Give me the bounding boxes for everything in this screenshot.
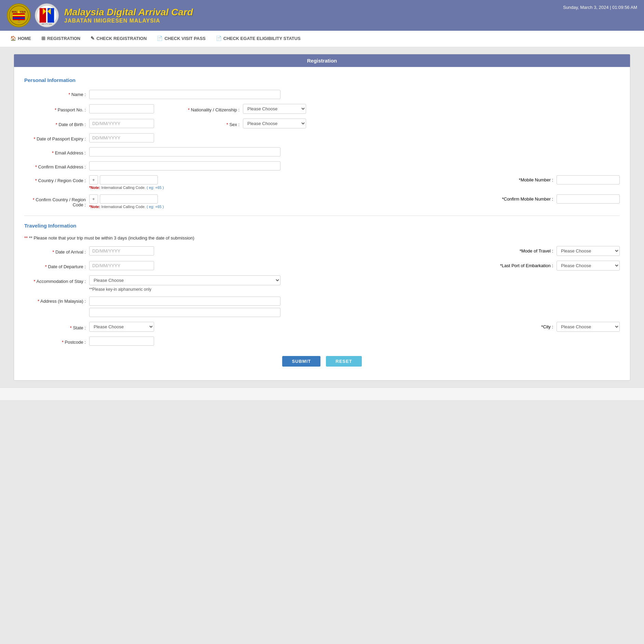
nav-check-registration[interactable]: ✎ CHECK REGISTRATION <box>86 31 151 47</box>
confirm-email-input[interactable] <box>89 161 280 170</box>
main-content: Registration Personal Information * Name… <box>0 47 644 387</box>
email-input[interactable] <box>89 147 280 156</box>
header-left: MALAYSIA 🦁 IMIGRESEN <box>7 3 193 27</box>
passport-expiry-row: * Date of Passport Expiry : <box>24 133 620 142</box>
confirm-mobile-label-area: * Confirm Mobile Number : <box>164 194 557 202</box>
site-subtitle: JABATAN IMIGRESEN MALAYSIA <box>64 18 193 24</box>
button-row: SUBMIT RESET <box>24 356 620 370</box>
accommodation-select[interactable]: Please Choose <box>89 275 280 285</box>
postcode-row: * Postcode : <box>24 337 620 346</box>
mobile-label-area: * Mobile Number : <box>164 175 557 182</box>
logo-area: MALAYSIA 🦁 IMIGRESEN <box>7 3 59 27</box>
state-city-row: * State : Please Choose * City : Please … <box>24 322 620 332</box>
travel-note: ** ** Please note that your trip must be… <box>24 235 620 241</box>
svg-rect-3 <box>13 15 25 16</box>
form-card: Registration Personal Information * Name… <box>14 54 630 381</box>
svg-text:IMIGRESEN: IMIGRESEN <box>42 23 52 25</box>
passport-label: * Passport No. : <box>24 105 89 112</box>
email-label: * Email Address : <box>24 148 89 155</box>
postcode-label: * Postcode : <box>24 338 89 345</box>
nationality-select[interactable]: Please Choose <box>243 104 306 114</box>
personal-section-title: Personal Information <box>24 77 620 83</box>
nav-check-egate-label: CHECK EGATE ELIGIBILITY STATUS <box>223 36 301 41</box>
country-code-input[interactable] <box>100 175 158 184</box>
confirm-country-mobile-row: * Confirm Country / Region Code : + *Not… <box>24 194 620 209</box>
date-departure-label: * Date of Departure : <box>24 262 89 269</box>
svg-rect-2 <box>13 13 25 20</box>
passport-nationality-row: * Passport No. : * Nationality / Citizen… <box>24 104 620 114</box>
submit-button[interactable]: SUBMIT <box>282 356 320 367</box>
nav-check-egate[interactable]: 📄 CHECK EGATE ELIGIBILITY STATUS <box>211 31 305 47</box>
address-inputs <box>89 297 280 317</box>
country-code-note: *Note: International Calling Code. ( eg:… <box>89 186 164 190</box>
confirm-email-row: * Confirm Email Address : <box>24 161 620 170</box>
passport-expiry-input[interactable] <box>89 133 154 142</box>
egate-icon: 📄 <box>216 36 222 41</box>
svg-rect-4 <box>13 17 25 19</box>
date-arrival-label: * Date of Arrival : <box>24 247 89 255</box>
mode-travel-label-area: * Mode of Travel : <box>154 248 557 254</box>
form-title: Registration <box>307 58 337 64</box>
site-title: Malaysia Digital Arrival Card <box>64 7 193 18</box>
nav-registration-label: REGISTRATION <box>47 36 80 41</box>
last-port-select[interactable]: Please Choose <box>557 261 620 271</box>
dob-input[interactable] <box>89 119 154 128</box>
accommodation-note: **Please key-in alphanumeric only <box>89 287 151 292</box>
reset-button[interactable]: RESET <box>326 356 361 367</box>
address-line1[interactable] <box>89 297 280 306</box>
address-line2[interactable] <box>89 308 280 317</box>
confirm-country-input[interactable] <box>100 194 158 204</box>
svg-rect-8 <box>40 8 46 23</box>
nav-registration[interactable]: ⊞ REGISTRATION <box>37 31 85 47</box>
departure-port-row: * Date of Departure : * Last Port of Emb… <box>24 261 620 271</box>
passport-input[interactable] <box>89 104 154 113</box>
nav-home[interactable]: 🏠 HOME <box>5 31 36 47</box>
home-icon: 🏠 <box>10 36 16 41</box>
date-departure-input[interactable] <box>89 261 154 270</box>
header-datetime: Sunday, March 3, 2024 | 01:09:56 AM <box>563 3 637 10</box>
logo-crest-1: MALAYSIA 🦁 <box>7 3 31 27</box>
nav-home-label: HOME <box>18 36 31 41</box>
mode-travel-select[interactable]: Please Choose <box>557 246 620 256</box>
logo-crest-2: IMIGRESEN <box>35 3 59 27</box>
country-code-label: * Country / Region Code : <box>24 175 89 183</box>
address-label: * Address (In Malaysia) : <box>24 297 89 304</box>
svg-text:🦁: 🦁 <box>18 20 20 23</box>
registration-icon: ⊞ <box>41 36 45 41</box>
section-divider <box>24 216 620 216</box>
visit-pass-icon: 📄 <box>157 36 163 41</box>
confirm-mobile-input[interactable] <box>557 194 620 204</box>
city-select[interactable]: Please Choose <box>557 322 620 332</box>
address-row: * Address (In Malaysia) : <box>24 297 620 317</box>
site-header: MALAYSIA 🦁 IMIGRESEN <box>0 0 644 31</box>
header-title: Malaysia Digital Arrival Card JABATAN IM… <box>64 7 193 24</box>
svg-rect-9 <box>47 8 54 23</box>
nationality-label: * Nationality / Citizenship : <box>168 105 243 112</box>
dob-sex-row: * Date of Birth : * Sex : Please Choose <box>24 119 620 128</box>
confirm-country-note: *Note: International Calling Code. ( eg:… <box>89 205 164 209</box>
name-input[interactable] <box>89 90 280 99</box>
sex-label: * Sex : <box>168 120 243 127</box>
footer <box>0 387 644 400</box>
arrival-mode-row: * Date of Arrival : * Mode of Travel : P… <box>24 246 620 256</box>
traveling-section-title: Traveling Information <box>24 223 620 229</box>
confirm-country-label: * Confirm Country / Region Code : <box>24 194 89 207</box>
footer-text <box>321 392 323 396</box>
state-label: * State : <box>24 323 89 330</box>
postcode-input[interactable] <box>89 337 154 346</box>
name-row: * Name : <box>24 90 620 99</box>
date-arrival-input[interactable] <box>89 246 154 256</box>
accommodation-label: * Accommodation of Stay : <box>24 277 89 284</box>
navbar: 🏠 HOME ⊞ REGISTRATION ✎ CHECK REGISTRATI… <box>0 31 644 47</box>
mobile-input[interactable] <box>557 175 620 184</box>
dob-label: * Date of Birth : <box>24 120 89 127</box>
nav-check-visit-pass[interactable]: 📄 CHECK VISIT PASS <box>152 31 210 47</box>
form-card-header: Registration <box>14 54 630 67</box>
email-row: * Email Address : <box>24 147 620 156</box>
accommodation-row: * Accommodation of Stay : Please Choose … <box>24 275 620 292</box>
plus-sign-1: + <box>89 175 98 184</box>
state-select[interactable]: Please Choose <box>89 322 154 332</box>
sex-select[interactable]: Please Choose <box>243 119 306 128</box>
confirm-country-group: + *Note: International Calling Code. ( e… <box>89 194 164 209</box>
form-body: Personal Information * Name : * Passport… <box>14 67 630 380</box>
